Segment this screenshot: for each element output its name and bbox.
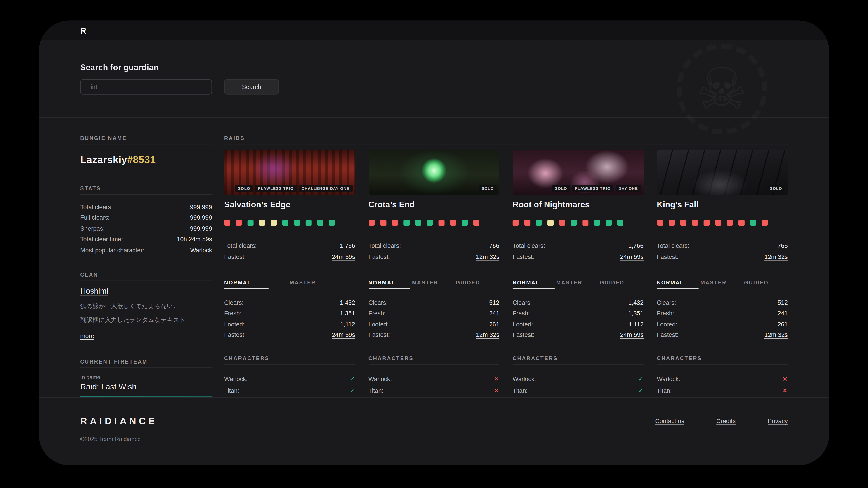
more-link[interactable]: more xyxy=(80,332,94,339)
raid-title: Salvation’s Edge xyxy=(224,200,355,209)
characters-list: Warlock: ✕ Titan: ✕ xyxy=(368,373,499,397)
clan-link[interactable]: Hoshimi xyxy=(80,286,108,295)
clear-square xyxy=(473,220,479,226)
footer: RAIDIANCE ©2025 Team Raidiance Contact u… xyxy=(39,397,829,465)
characters-label: CHARACTERS xyxy=(513,355,644,365)
clear-square xyxy=(513,220,519,226)
clear-square xyxy=(329,220,335,226)
search-input[interactable] xyxy=(80,79,212,95)
raid-stat-row: Fresh: 241 xyxy=(368,308,499,319)
raid-badges: SOLO FLAWLESS TRIO CHALLENGE DAY ONE xyxy=(235,185,352,192)
raid-stat-label: Clears: xyxy=(513,299,532,306)
stat-label: Most popular character: xyxy=(80,247,144,253)
stat-value: 10h 24m 59s xyxy=(177,236,212,242)
raid-stat-value: 241 xyxy=(489,310,499,317)
raid-stats: Clears: 512 Fresh: 241 xyxy=(657,297,788,340)
raid-stat-row: Fresh: 1,351 xyxy=(513,308,644,319)
clear-history xyxy=(513,220,644,226)
summary-value[interactable]: 12m 32s xyxy=(476,254,499,260)
clear-square xyxy=(306,220,312,226)
top-bar: R xyxy=(39,21,829,40)
summary-value[interactable]: 24m 59s xyxy=(332,254,355,260)
difficulty-tab[interactable]: MASTER xyxy=(289,280,355,289)
characters-list: Warlock: ✓ Titan: ✓ xyxy=(513,373,644,397)
raid-banner: SOLO xyxy=(368,150,499,195)
raid-badges: SOLO xyxy=(767,185,785,192)
app-window: R ☠ Search for guardian Search BUNGIE NA… xyxy=(39,21,829,465)
clear-square xyxy=(403,220,409,226)
clear-square xyxy=(657,220,663,226)
summary-row: Total clears: 1,766 xyxy=(224,240,355,251)
character-label: Titan: xyxy=(657,387,672,394)
player-name-text: Lazarskiy xyxy=(80,154,127,165)
player-name-tag: #8531 xyxy=(127,154,156,165)
footer-link[interactable]: Credits xyxy=(716,418,736,424)
character-label: Titan: xyxy=(368,387,383,394)
stat-row: Full clears: 999,999 xyxy=(80,212,212,223)
raid-stat-row: Fastest: 24m 59s xyxy=(513,329,644,340)
raid-stat-value: 261 xyxy=(489,321,499,327)
difficulty-tab[interactable]: GUIDED xyxy=(456,280,499,289)
stat-value: 999,999 xyxy=(190,203,212,210)
character-status-icon: ✕ xyxy=(782,375,788,383)
character-status-icon: ✓ xyxy=(349,375,355,383)
clear-square xyxy=(450,220,456,226)
raid-stat-label: Fastest: xyxy=(513,332,534,338)
raids-label: RAIDS xyxy=(224,135,788,144)
clear-square xyxy=(762,220,768,226)
search-button[interactable]: Search xyxy=(224,79,279,95)
difficulty-tab[interactable]: GUIDED xyxy=(744,280,788,289)
raid-title: Root of Nightmares xyxy=(513,200,644,209)
difficulty-tab[interactable]: MASTER xyxy=(556,280,600,289)
raid-badge: FLAWLESS TRIO xyxy=(572,185,614,192)
clan-label: CLAN xyxy=(80,271,212,281)
character-status-icon: ✕ xyxy=(494,375,499,383)
clear-square xyxy=(380,220,386,226)
raid-summary: Total clears: 766 Fastest: 12m 32s xyxy=(657,240,788,262)
raid-badge: SOLO xyxy=(479,185,497,192)
stat-value: 999,999 xyxy=(190,214,212,221)
raid-card: SOLO FLAWLESS TRIO DAY ONE Root of Night… xyxy=(513,150,644,397)
difficulty-tab[interactable]: MASTER xyxy=(701,280,744,289)
raid-card: SOLO FLAWLESS TRIO CHALLENGE DAY ONE Sal… xyxy=(224,150,355,397)
clear-square xyxy=(438,220,444,226)
difficulty-tab[interactable]: NORMAL xyxy=(368,280,412,289)
summary-value[interactable]: 12m 32s xyxy=(765,254,788,260)
raid-stat-value[interactable]: 24m 59s xyxy=(332,332,355,338)
clear-square xyxy=(415,220,421,226)
summary-row: Fastest: 24m 59s xyxy=(513,251,644,262)
raid-stat-value: 1,112 xyxy=(340,321,355,327)
raid-stat-label: Fresh: xyxy=(224,310,241,317)
footer-link[interactable]: Privacy xyxy=(768,418,788,424)
footer-logo: RAIDIANCE xyxy=(80,416,158,427)
summary-value[interactable]: 24m 59s xyxy=(620,254,644,260)
raid-stat-value: 512 xyxy=(489,299,499,306)
difficulty-tab[interactable]: GUIDED xyxy=(600,280,644,289)
clear-square xyxy=(368,220,375,226)
clear-square xyxy=(524,220,530,226)
difficulty-tab[interactable]: NORMAL xyxy=(513,280,556,289)
clear-square xyxy=(738,220,744,226)
raid-stat-row: Fastest: 24m 59s xyxy=(224,329,355,340)
raid-stat-label: Looted: xyxy=(513,321,533,327)
raid-stat-value[interactable]: 24m 59s xyxy=(620,332,644,338)
raid-stat-value[interactable]: 12m 32s xyxy=(476,332,499,338)
characters-list: Warlock: ✕ Titan: ✕ xyxy=(657,373,788,397)
clear-square xyxy=(427,220,433,226)
footer-link[interactable]: Contact us xyxy=(655,418,684,424)
raids-section: RAIDS SOLO FLAWLESS TRIO xyxy=(224,135,788,397)
raid-stat-row: Fastest: 12m 32s xyxy=(657,329,788,340)
difficulty-tab[interactable]: MASTER xyxy=(412,280,456,289)
character-row: Warlock: ✕ xyxy=(657,373,788,385)
clear-square xyxy=(571,220,577,226)
raid-stat-value[interactable]: 12m 32s xyxy=(765,332,788,338)
app-logo-icon[interactable]: R xyxy=(80,26,86,35)
clear-history xyxy=(657,220,788,226)
difficulty-tab[interactable]: NORMAL xyxy=(224,280,290,289)
raid-badge: SOLO xyxy=(552,185,570,192)
clear-square xyxy=(248,220,254,226)
raid-stat-label: Clears: xyxy=(224,299,243,306)
difficulty-tab[interactable]: NORMAL xyxy=(657,280,701,289)
search-row: Search xyxy=(80,79,788,95)
fireteam-label: CURRENT FIRETEAM xyxy=(80,359,212,368)
